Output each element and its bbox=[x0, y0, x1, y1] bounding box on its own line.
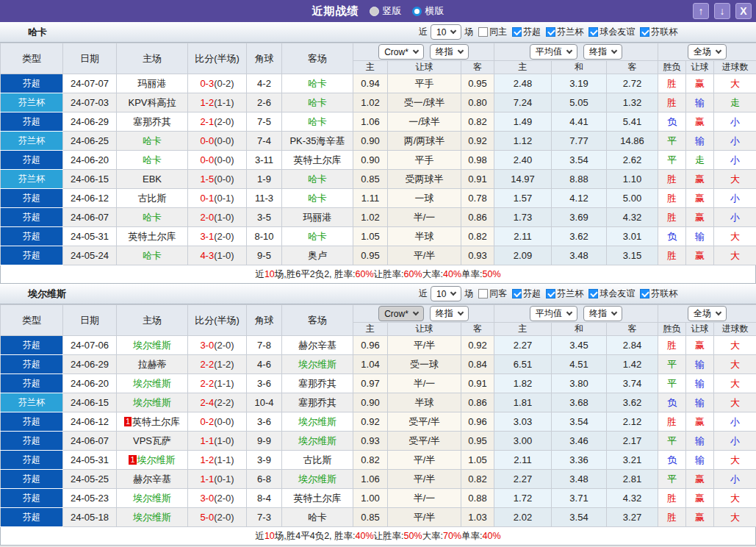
half-score: (1-1) bbox=[214, 378, 234, 389]
away-team-name: 哈卡 bbox=[308, 78, 327, 89]
average-stage-value: 终指 bbox=[589, 307, 607, 320]
match-count-select[interactable]: 10 bbox=[431, 24, 461, 40]
half-score: (1-0) bbox=[214, 212, 234, 223]
handicap-value: 平/半 bbox=[388, 451, 461, 470]
radio-icon[interactable] bbox=[412, 7, 422, 16]
away-team-name: 哈卡 bbox=[308, 231, 327, 242]
odds-home-value: 1.02 bbox=[353, 208, 388, 227]
avg-draw-value: 3.48 bbox=[552, 470, 607, 489]
scope-dropdown[interactable]: 全场 bbox=[688, 44, 727, 60]
layout-radio-vertical[interactable]: 竖版 bbox=[370, 4, 402, 18]
scope-dropdown[interactable]: 全场 bbox=[688, 306, 727, 321]
odds-source-value: Crow* bbox=[384, 47, 408, 57]
full-score: 3-0 bbox=[200, 493, 214, 504]
league-badge: 芬超 bbox=[1, 374, 63, 393]
average-source-dropdown[interactable]: 平均值 bbox=[530, 306, 577, 321]
chevron-down-icon bbox=[458, 310, 464, 315]
avg-home-value: 1.12 bbox=[494, 132, 552, 151]
home-team: 埃尔维斯 bbox=[117, 508, 188, 527]
same-venue-checkbox[interactable] bbox=[478, 27, 488, 37]
odds-away-value: 0.93 bbox=[461, 246, 494, 265]
league-checkbox-finland-cup[interactable] bbox=[546, 27, 555, 37]
avg-draw-value: 3.48 bbox=[552, 246, 607, 265]
same-venue-checkbox[interactable] bbox=[478, 289, 488, 298]
corner-score: 8-10 bbox=[247, 227, 282, 246]
league-checkbox-finland-cup[interactable] bbox=[546, 289, 555, 298]
avg-draw-value: 3.62 bbox=[552, 227, 607, 246]
league-checkbox-club-friendly[interactable] bbox=[588, 289, 598, 298]
league-badge: 芬兰杯 bbox=[1, 170, 63, 189]
win-lose-result: 平 bbox=[658, 470, 686, 489]
match-date: 24-06-07 bbox=[63, 432, 117, 451]
away-team-name: 埃尔维斯 bbox=[298, 473, 336, 485]
avg-home-value: 2.11 bbox=[494, 227, 552, 246]
full-score: 2-1 bbox=[200, 116, 214, 127]
win-lose-result: 平 bbox=[658, 132, 686, 151]
full-score: 1-5 bbox=[200, 174, 214, 185]
chevron-down-icon bbox=[611, 310, 617, 315]
odds-home-value: 0.92 bbox=[353, 412, 388, 432]
avg-away-value: 1.42 bbox=[607, 355, 658, 374]
handicap-result: 赢 bbox=[686, 74, 714, 93]
half-score: (1-0) bbox=[214, 250, 234, 261]
away-team: 埃尔维斯 bbox=[282, 412, 353, 432]
odds-source-dropdown[interactable]: Crow* bbox=[378, 44, 424, 60]
handicap-result: 赢 bbox=[686, 208, 714, 227]
odds-away-value: 0.82 bbox=[461, 227, 494, 246]
chevron-down-icon bbox=[566, 48, 572, 54]
full-score: 3-0 bbox=[200, 340, 214, 351]
section-header: 埃尔维斯 近 10 场 同客 芬超 芬兰杯 bbox=[0, 284, 756, 304]
away-team-name: 英特土尔库 bbox=[294, 154, 342, 165]
average-group-header: 平均值 终指 bbox=[494, 305, 658, 323]
average-source-dropdown[interactable]: 平均值 bbox=[530, 44, 577, 60]
league-checkbox-club-friendly[interactable] bbox=[588, 27, 598, 37]
league-checkbox-finland-league-cup[interactable] bbox=[640, 27, 649, 37]
home-team: EBK bbox=[117, 170, 188, 189]
col-header-corner: 角球 bbox=[247, 305, 282, 336]
chevron-down-icon bbox=[450, 290, 456, 296]
col-header-home: 主场 bbox=[117, 43, 188, 74]
avg-home-value: 1.81 bbox=[494, 393, 552, 412]
average-stage-value: 终指 bbox=[589, 46, 607, 58]
odds-stage-dropdown[interactable]: 终指 bbox=[430, 44, 469, 60]
win-lose-result: 胜 bbox=[658, 508, 686, 527]
match-count-value: 10 bbox=[436, 289, 446, 299]
odds-home-value: 0.90 bbox=[353, 393, 388, 412]
league-checkbox-finland-super[interactable] bbox=[512, 289, 522, 298]
layout-radio-horizontal[interactable]: 横版 bbox=[412, 4, 444, 18]
col-header-result: 胜负 bbox=[658, 323, 686, 336]
average-stage-dropdown[interactable]: 终指 bbox=[583, 44, 622, 60]
half-score: (2-0) bbox=[214, 512, 234, 523]
match-count-select[interactable]: 10 bbox=[431, 286, 461, 301]
home-team: 埃尔维斯 bbox=[117, 336, 188, 355]
league-checkbox-finland-super[interactable] bbox=[512, 27, 522, 37]
average-stage-dropdown[interactable]: 终指 bbox=[583, 306, 622, 321]
match-date: 24-06-20 bbox=[63, 151, 117, 170]
away-team-name: 古比斯 bbox=[303, 454, 332, 465]
away-team-name: 玛丽港 bbox=[303, 212, 332, 223]
handicap-value: 平手 bbox=[388, 151, 461, 170]
match-date: 24-06-20 bbox=[63, 374, 117, 393]
section-header: 哈卡 近 10 场 同主 芬超 芬兰杯 球会 bbox=[0, 22, 756, 43]
corner-score: 7-4 bbox=[247, 132, 282, 151]
league-checkbox-finland-league-cup[interactable] bbox=[640, 289, 649, 298]
chevron-down-icon bbox=[413, 310, 419, 315]
radio-icon[interactable] bbox=[370, 7, 379, 16]
odds-away-value: 0.92 bbox=[461, 132, 494, 151]
avg-draw-value: 3.54 bbox=[552, 412, 607, 432]
corner-score: 3-5 bbox=[247, 208, 282, 227]
away-team: 英特土尔库 bbox=[282, 489, 353, 508]
handicap-value: 半/一 bbox=[388, 489, 461, 508]
odds-source-dropdown[interactable]: Crow* bbox=[378, 306, 424, 321]
odds-away-value: 0.88 bbox=[461, 489, 494, 508]
away-team-name: 塞那乔其 bbox=[298, 397, 336, 408]
move-up-button[interactable]: ↑ bbox=[693, 3, 709, 19]
move-down-button[interactable]: ↓ bbox=[714, 3, 730, 19]
odds-stage-value: 终指 bbox=[436, 46, 453, 58]
away-team-name: 塞那乔其 bbox=[298, 378, 336, 389]
odds-stage-dropdown[interactable]: 终指 bbox=[430, 306, 469, 321]
half-score: (0-0) bbox=[214, 154, 234, 165]
win-lose-result: 胜 bbox=[658, 93, 686, 112]
close-button[interactable]: X bbox=[735, 3, 752, 19]
avg-home-value: 6.51 bbox=[494, 355, 552, 374]
